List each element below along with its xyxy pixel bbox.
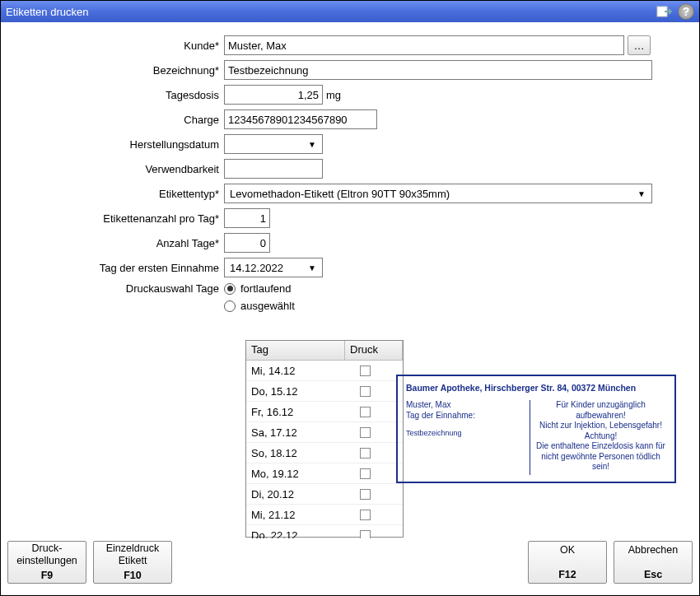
kunde-input[interactable] (224, 35, 624, 55)
verwendbarkeit-input[interactable] (224, 159, 323, 179)
druck-checkbox[interactable] (360, 468, 371, 479)
table-row[interactable]: Mi, 21.12 (246, 505, 403, 525)
ok-button[interactable]: OK F12 (528, 541, 607, 584)
etikettentyp-dropdown[interactable]: Levomethadon-Etikett (Eltron 90TT 90x35m… (224, 184, 652, 203)
tagesdosis-input[interactable] (224, 85, 323, 105)
tag-erste-dropdown[interactable]: 14.12.2022 ▼ (224, 258, 323, 277)
einzeldruck-button[interactable]: Einzeldruck Etikett F10 (93, 541, 172, 584)
day-cell: So, 18.12 (246, 447, 345, 459)
druck-checkbox[interactable] (360, 510, 371, 520)
day-cell: Mi, 21.12 (246, 509, 345, 521)
radio-icon (224, 283, 236, 295)
label-etikettentyp: Etikettentyp* (14, 188, 224, 200)
druck-checkbox[interactable] (360, 530, 371, 539)
preview-warn1: Für Kinder unzugänglich aufbewahren! (535, 400, 666, 421)
bezeichnung-input[interactable] (224, 60, 652, 80)
day-cell: Di, 20.12 (246, 488, 345, 501)
table-row[interactable]: Di, 20.12 (246, 484, 403, 505)
label-tag-erste: Tag der ersten Einnahme (14, 262, 224, 274)
label-herstellungsdatum: Herstellungsdatum (14, 138, 224, 151)
preview-patient: Muster, Max (406, 400, 530, 411)
day-cell: Fr, 16.12 (246, 406, 345, 418)
druck-checkbox[interactable] (360, 366, 371, 376)
label-kunde: Kunde* (14, 40, 224, 52)
col-druck-header[interactable]: Druck (345, 341, 403, 360)
charge-input[interactable] (224, 109, 377, 129)
druck-checkbox[interactable] (360, 386, 371, 397)
label-preview: Baumer Apotheke, Hirschberger Str. 84, 0… (396, 375, 676, 483)
preview-warn4: Die enthaltene Einzeldosis kann für nich… (535, 441, 666, 473)
preview-warn2: Nicht zur Injektion, Lebensgefahr! (535, 421, 666, 431)
anzahl-tage-input[interactable] (224, 233, 270, 253)
window-title: Etiketten drucken (6, 6, 651, 18)
titlebar: Etiketten drucken ? (1, 1, 699, 22)
druck-checkbox[interactable] (360, 427, 371, 438)
day-cell: Do, 15.12 (246, 385, 345, 398)
label-charge: Charge (14, 114, 224, 126)
table-row[interactable]: So, 18.12 (246, 443, 403, 463)
kunde-lookup-button[interactable]: … (628, 35, 651, 55)
table-row[interactable]: Sa, 17.12 (246, 422, 403, 443)
preview-einnahme-label: Tag der Einnahme: (406, 411, 530, 421)
abbrechen-button[interactable]: Abbrechen Esc (614, 541, 693, 584)
label-verwendbarkeit: Verwendbarkeit (14, 163, 224, 175)
label-tagesdosis: Tagesdosis (14, 89, 224, 101)
export-icon[interactable] (656, 4, 673, 19)
table-row[interactable]: Do, 22.12 (246, 525, 403, 538)
day-table-rows[interactable]: Mi, 14.12Do, 15.12Fr, 16.12Sa, 17.12So, … (246, 361, 403, 538)
druck-checkbox[interactable] (360, 489, 371, 500)
label-anzahl-tage: Anzahl Tage* (14, 237, 224, 249)
preview-pharmacy: Baumer Apotheke, Hirschberger Str. 84, 0… (406, 383, 666, 393)
herstellungsdatum-dropdown[interactable]: ▼ (224, 134, 323, 154)
chevron-down-icon: ▼ (306, 263, 319, 272)
chevron-down-icon: ▼ (635, 189, 648, 198)
table-row[interactable]: Fr, 16.12 (246, 402, 403, 422)
day-cell: Sa, 17.12 (246, 426, 345, 439)
druckeinstellungen-button[interactable]: Druck- einstellungen F9 (7, 541, 86, 584)
help-icon[interactable]: ? (678, 4, 694, 19)
druck-checkbox[interactable] (360, 407, 371, 417)
table-row[interactable]: Mi, 14.12 (246, 361, 403, 381)
chevron-down-icon: ▼ (306, 140, 319, 149)
day-cell: Do, 22.12 (246, 529, 345, 539)
table-row[interactable]: Mo, 19.12 (246, 463, 403, 484)
radio-fortlaufend[interactable]: fortlaufend (224, 282, 291, 295)
col-tag-header[interactable]: Tag (246, 341, 345, 360)
radio-ausgewaehlt[interactable]: ausgewählt (224, 300, 295, 312)
preview-bezeichnung: Testbezeichnung (406, 429, 530, 438)
day-cell: Mi, 14.12 (246, 365, 345, 377)
radio-icon (224, 300, 236, 312)
label-bezeichnung: Bezeichnung* (14, 64, 224, 77)
day-table: Tag Druck Mi, 14.12Do, 15.12Fr, 16.12Sa,… (245, 340, 404, 538)
druck-checkbox[interactable] (360, 448, 371, 459)
day-cell: Mo, 19.12 (246, 468, 345, 480)
table-row[interactable]: Do, 15.12 (246, 381, 403, 402)
label-etiketten-pro-tag: Etikettenanzahl pro Tag* (14, 212, 224, 225)
label-druckauswahl: Druckauswahl Tage (14, 282, 224, 295)
tagesdosis-unit: mg (326, 89, 341, 101)
etiketten-pro-tag-input[interactable] (224, 208, 270, 228)
preview-warn3: Achtung! (535, 431, 666, 442)
